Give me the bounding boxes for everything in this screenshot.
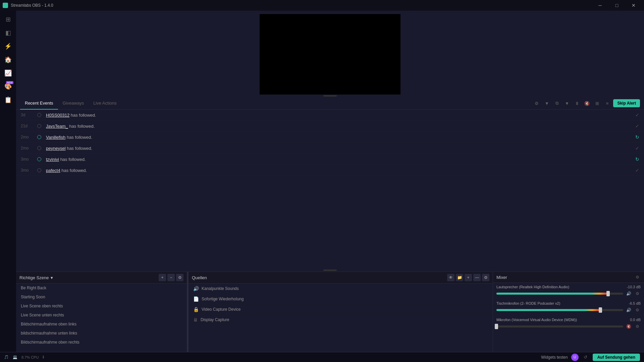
tab-giveaways[interactable]: Giveaways [58, 97, 89, 110]
mixer-channel-settings-button[interactable]: ⚙ [634, 323, 641, 330]
source-visibility-button[interactable]: 👁 [475, 306, 481, 312]
eye-button[interactable]: 👁 [447, 274, 454, 281]
tab-live-actions[interactable]: Live Actions [89, 97, 121, 110]
sidebar: ⊞ ◧ ⚡ 🏠 📈 🎨 NEW 📋 [0, 11, 16, 352]
copy-button[interactable]: ⧉ [553, 99, 561, 107]
add-scene-button[interactable]: + [159, 274, 166, 281]
list-item[interactable]: Be Right Back [16, 284, 187, 293]
alert-settings-button[interactable]: ⚙ [533, 99, 541, 107]
mute-button[interactable]: 🔇 [583, 99, 591, 107]
user-link[interactable]: pafect4 [46, 168, 60, 173]
source-lock-button[interactable]: 🔒 [482, 317, 488, 323]
source-lock-button[interactable]: 🔒 [482, 306, 488, 312]
sidebar-item-themes[interactable]: 🎨 NEW [2, 80, 14, 93]
source-settings-button[interactable]: ⚙ [482, 274, 489, 281]
source-visibility-button[interactable]: 👁 [475, 286, 481, 292]
list-item[interactable]: Bildschirmaufnahme oben rechts [16, 338, 187, 347]
mixer-channel-settings-button[interactable]: ⚙ [634, 290, 641, 297]
source-visibility-button[interactable]: 👁 [475, 317, 481, 323]
mixer-mute-button[interactable]: 🔇 [625, 323, 632, 330]
source-divider-btn[interactable]: — [473, 274, 481, 281]
user-link[interactable]: tzvinivi [46, 157, 59, 162]
app-logo [3, 3, 8, 8]
add-source-button[interactable]: + [465, 274, 472, 281]
events-panel: Recent Events Giveaways Live Actions ⚙ ▼… [16, 97, 644, 269]
source-visibility-button[interactable]: 👁 [475, 296, 481, 302]
preview-drag-handle[interactable] [16, 95, 644, 97]
list-item[interactable]: 🖥 Display Capture 👁 🔒 [189, 315, 493, 325]
speaker-icon: 🔊 [193, 286, 199, 291]
list-item[interactable]: Live Scene unten rechts [16, 311, 187, 320]
bottom-drag-handle[interactable] [16, 269, 644, 272]
list-item[interactable]: 🔊 Kanalpunkte Sounds 👁 🔒 [189, 284, 493, 294]
table-row: 3mo pafect4 has followed. ✓ [16, 165, 644, 176]
display-icon: 🖥 [193, 317, 198, 322]
mixer-channel-controls: 🔊 ⚙ [496, 307, 641, 313]
sidebar-item-editor[interactable]: ◧ [2, 27, 14, 39]
bottom-panel: Richtige Szene ▾ + − ⚙ Be Right Back Sta… [16, 272, 644, 352]
status-bar-left: 🎵 💻 8.7% CPU ℹ [4, 355, 44, 359]
list-item[interactable]: Live Scene oben rechts [16, 302, 187, 311]
folder-button[interactable]: 📁 [456, 274, 463, 281]
alert-dropdown-button[interactable]: ▼ [543, 99, 551, 107]
event-icon [37, 123, 42, 129]
main-content: ⊞ ◧ ⚡ 🏠 📈 🎨 NEW 📋 Recent Events Giveaway… [0, 11, 644, 352]
test-widgets-button[interactable]: Widgets testen [541, 355, 568, 360]
list-item[interactable]: bildschirmaufnahme unten links [16, 329, 187, 338]
sidebar-item-analytics[interactable]: 📈 [2, 67, 14, 79]
event-status-icon: ✓ [635, 123, 639, 129]
sources-header-actions: 👁 📁 + — ⚙ [447, 274, 489, 281]
mixer-slider[interactable] [496, 309, 623, 311]
source-lock-button[interactable]: 🔒 [482, 296, 488, 302]
remove-scene-button[interactable]: − [167, 274, 175, 281]
pause-button[interactable]: ⏸ [573, 99, 581, 107]
event-status-icon: ↻ [635, 134, 639, 140]
filter-button[interactable]: ▼ [563, 99, 571, 107]
sources-title: Quellen [192, 275, 207, 280]
list-item[interactable]: 📄 Sofortige Wiederholung 👁 🔒 [189, 294, 493, 304]
sidebar-item-alerts[interactable]: ⚡ [2, 40, 14, 52]
mixer-channel-settings-button[interactable]: ⚙ [634, 307, 641, 313]
event-icon [37, 134, 42, 140]
close-button[interactable]: ✕ [626, 0, 641, 11]
sidebar-item-dashboard[interactable]: ⊞ [2, 13, 14, 25]
go-live-button[interactable]: Auf Sendung gehen [593, 354, 640, 361]
mixer-channel-controls: 🔊 ⚙ [496, 290, 641, 297]
mixer-slider[interactable] [496, 325, 623, 327]
mixer-settings-button[interactable]: ⚙ [634, 274, 641, 281]
user-link[interactable]: H0SS00312 [46, 113, 69, 118]
new-badge: NEW [6, 81, 13, 84]
list-view-button[interactable]: ≡ [603, 99, 611, 107]
event-time: 21d [21, 124, 33, 128]
maximize-button[interactable]: □ [609, 0, 625, 11]
event-text: tzvinivi has followed. [46, 157, 631, 162]
scene-settings-button[interactable]: ⚙ [176, 274, 183, 281]
list-item[interactable]: Bildschirmaufnahme oben links [16, 320, 187, 329]
mixer-channel-level: -6.5 dB [629, 301, 641, 305]
info-icon[interactable]: ℹ [43, 355, 44, 359]
tab-recent-events[interactable]: Recent Events [20, 97, 58, 110]
user-link[interactable]: Vanillefish [46, 135, 65, 140]
mixer-mute-button[interactable]: 🔊 [625, 307, 632, 313]
mixer-mute-button[interactable]: 🔊 [625, 290, 632, 297]
sidebar-item-overlays[interactable]: 🏠 [2, 54, 14, 66]
event-text: Vanillefish has followed. [46, 135, 631, 140]
grid-view-button[interactable]: ⊞ [593, 99, 601, 107]
sidebar-item-media[interactable]: 📋 [2, 94, 14, 106]
source-name: Video Capture Device [202, 307, 241, 312]
user-link[interactable]: peyneysel [46, 146, 66, 151]
mixer-slider[interactable] [496, 293, 623, 295]
user-link[interactable]: JaysTeam_ [46, 124, 68, 129]
minimize-button[interactable]: ─ [592, 0, 608, 11]
mixer-channel-header: Tischmikrofon (2- RODE Podcaster v2) -6.… [496, 301, 641, 305]
scene-title[interactable]: Richtige Szene ▾ [19, 275, 53, 280]
events-list: 3d H0SS00312 has followed. ✓ 21d JaysTea… [16, 110, 644, 269]
source-lock-button[interactable]: 🔒 [482, 286, 488, 292]
event-text: pafect4 has followed. [46, 168, 631, 173]
list-item[interactable]: 🔒 Video Capture Device 👁 🔒 [189, 304, 493, 315]
list-item[interactable]: Starting Soon [16, 293, 187, 302]
skip-alert-button[interactable]: Skip Alert [613, 99, 640, 107]
sources-header: Quellen 👁 📁 + — ⚙ [189, 272, 493, 284]
refresh-button[interactable]: ↺ [582, 354, 589, 361]
scene-dropdown-icon: ▾ [51, 275, 53, 280]
